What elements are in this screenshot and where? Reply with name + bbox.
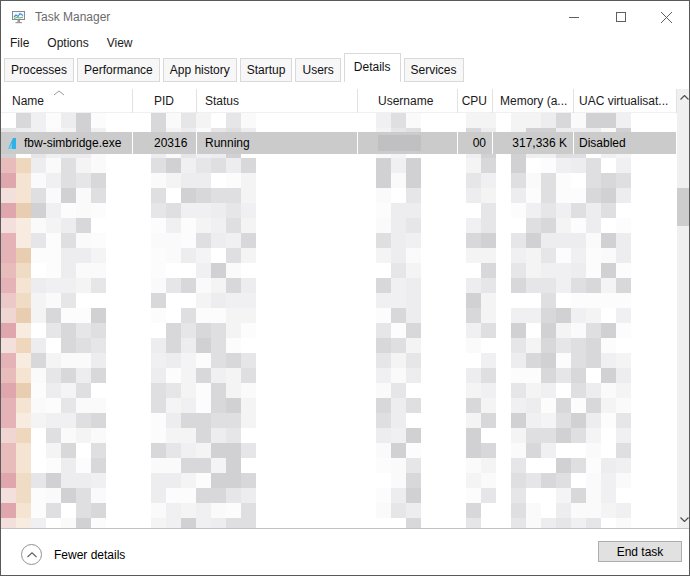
blur-cell	[571, 368, 586, 383]
column-header-status[interactable]: Status	[197, 89, 358, 113]
blur-cell	[181, 338, 196, 353]
blur-cell	[46, 188, 61, 203]
blur-cell	[181, 263, 196, 278]
column-header-pid[interactable]: PID	[133, 89, 197, 113]
blur-cell	[61, 398, 76, 413]
blur-cell	[466, 263, 481, 278]
title-bar[interactable]: Task Manager	[1, 1, 689, 33]
blur-cell	[31, 443, 46, 458]
blur-cell	[46, 248, 61, 263]
blur-cell	[391, 323, 406, 338]
blur-cell	[616, 113, 631, 128]
blur-cell	[16, 323, 31, 338]
blur-cell	[91, 458, 106, 473]
blur-cell	[376, 338, 391, 353]
blur-cell	[391, 233, 406, 248]
column-header-cpu[interactable]: CPU	[458, 89, 493, 113]
blur-cell	[181, 428, 196, 443]
blur-cell	[46, 293, 61, 308]
fewer-details-label: Fewer details	[54, 548, 125, 562]
column-header-uac[interactable]: UAC virtualisat...	[574, 89, 677, 113]
blur-cell	[241, 113, 256, 128]
blur-cell	[511, 188, 526, 203]
blur-cell	[61, 503, 76, 518]
blur-cell	[556, 173, 571, 188]
blur-cell	[226, 503, 241, 518]
scroll-down-button[interactable]	[677, 511, 690, 528]
chevron-up-icon	[27, 552, 37, 558]
tab-services[interactable]: Services	[404, 58, 464, 82]
blur-cell	[616, 488, 631, 503]
blur-cell	[196, 383, 211, 398]
blur-cell	[376, 308, 391, 323]
blur-cell	[31, 413, 46, 428]
blur-cell	[466, 158, 481, 173]
blur-cell	[541, 368, 556, 383]
blur-cell	[181, 488, 196, 503]
blur-cell	[376, 353, 391, 368]
task-manager-app-icon	[11, 9, 27, 25]
column-header-memory[interactable]: Memory (a...	[493, 89, 574, 113]
tab-users[interactable]: Users	[295, 58, 340, 82]
column-header-username[interactable]: Username	[358, 89, 458, 113]
close-button[interactable]	[643, 2, 690, 32]
tab-details[interactable]: Details	[344, 53, 401, 82]
cell-cpu: 00	[458, 132, 493, 154]
blur-cell	[571, 503, 586, 518]
maximize-button[interactable]	[597, 2, 644, 32]
blur-cell	[91, 293, 106, 308]
blur-cell	[91, 203, 106, 218]
blur-cell	[616, 203, 631, 218]
fewer-details-button[interactable]: Fewer details	[21, 544, 125, 565]
blur-cell	[226, 248, 241, 263]
blur-cell	[601, 428, 616, 443]
blur-cell	[166, 233, 181, 248]
blur-cell	[556, 413, 571, 428]
blur-cell	[526, 173, 541, 188]
minimize-button[interactable]	[550, 2, 597, 32]
blur-cell	[541, 503, 556, 518]
tab-app-history[interactable]: App history	[163, 58, 237, 82]
end-task-button[interactable]: End task	[598, 541, 682, 562]
blur-cell	[541, 248, 556, 263]
blur-cell	[91, 443, 106, 458]
blur-cell	[616, 323, 631, 338]
menu-view[interactable]: View	[98, 33, 142, 53]
menu-file[interactable]: File	[1, 33, 38, 53]
blur-cell	[481, 518, 496, 528]
blur-cell	[166, 488, 181, 503]
menu-options[interactable]: Options	[38, 33, 97, 53]
blur-cell	[241, 188, 256, 203]
blur-cell	[601, 518, 616, 528]
scroll-up-button[interactable]	[677, 89, 690, 106]
blur-cell	[241, 293, 256, 308]
tab-strip: Processes Performance App history Startu…	[1, 53, 689, 82]
blur-cell	[376, 368, 391, 383]
blur-cell	[571, 323, 586, 338]
blur-cell	[91, 113, 106, 128]
scrollbar-thumb[interactable]	[677, 188, 690, 226]
blur-cell	[406, 233, 421, 248]
tab-startup[interactable]: Startup	[240, 58, 293, 82]
blur-cell	[601, 368, 616, 383]
tab-processes[interactable]: Processes	[4, 58, 74, 82]
blur-cell	[211, 233, 226, 248]
blur-cell	[556, 458, 571, 473]
blur-cell	[526, 518, 541, 528]
tab-performance[interactable]: Performance	[77, 58, 160, 82]
blur-cell	[481, 398, 496, 413]
column-header-name[interactable]: Name	[1, 89, 133, 113]
blur-cell	[541, 443, 556, 458]
blur-cell	[151, 248, 166, 263]
blur-cell	[406, 338, 421, 353]
blur-cell	[586, 113, 601, 128]
blur-cell	[181, 188, 196, 203]
blur-cell	[556, 263, 571, 278]
blur-cell	[166, 308, 181, 323]
table-row-selected-fbw-simbridge[interactable]: fbw-simbridge.exe 20316 Running 00 317,3…	[1, 132, 677, 154]
blur-cell	[391, 113, 406, 128]
blur-cell	[226, 443, 241, 458]
blur-cell	[616, 263, 631, 278]
blur-cell	[466, 353, 481, 368]
vertical-scrollbar[interactable]	[677, 89, 690, 528]
